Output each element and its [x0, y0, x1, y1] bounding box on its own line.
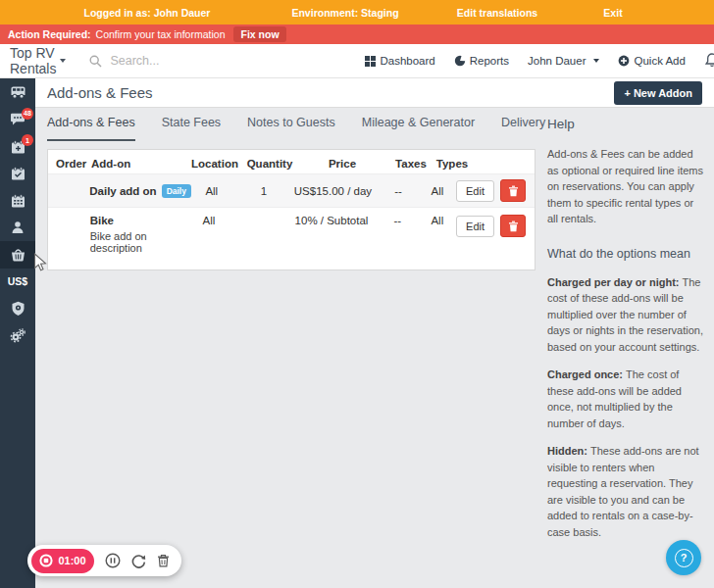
- col-taxes: Taxes: [389, 158, 433, 170]
- gears-icon: [10, 328, 26, 343]
- edit-button[interactable]: Edit: [456, 216, 494, 237]
- col-price: Price: [295, 158, 389, 170]
- sidebar-nav: 48 1: [0, 78, 35, 588]
- company-switcher[interactable]: Top RV Rentals: [0, 44, 77, 77]
- currency-label: US$: [8, 275, 27, 287]
- header-nav: Dashboard Reports John Dauer Quick: [365, 52, 714, 71]
- help-subtitle: What do the options mean: [547, 245, 706, 264]
- trash-icon: [508, 185, 519, 197]
- sidebar-item-requests[interactable]: 1: [0, 133, 35, 161]
- taxes-cell: --: [378, 185, 419, 197]
- shield-icon: [11, 301, 26, 317]
- sidebar-item-reservations[interactable]: [0, 161, 35, 188]
- addons-table: Order Add-on Location Quantity Price Tax…: [47, 149, 536, 270]
- edit-translations-link[interactable]: Edit translations: [457, 7, 537, 19]
- sidebar-item-settings[interactable]: [0, 322, 35, 350]
- help-option: Hidden:These add-ons are not visible to …: [547, 443, 706, 540]
- sidebar-item-insurance[interactable]: [0, 295, 35, 322]
- sidebar-item-messages[interactable]: 48: [0, 107, 35, 134]
- quick-add-button[interactable]: Quick Add: [618, 55, 685, 67]
- bell-icon: [704, 52, 714, 69]
- app-window: Logged in as: John Dauer Environment: St…: [0, 0, 714, 588]
- help-intro: Add-ons & Fees can be added as optional …: [547, 146, 706, 227]
- restart-recording-button[interactable]: [131, 554, 146, 568]
- stop-record-icon: [39, 554, 53, 567]
- staging-bar: Logged in as: John Dauer Environment: St…: [0, 0, 714, 24]
- calendar-icon: [11, 194, 26, 208]
- sidebar-item-store[interactable]: [0, 241, 35, 269]
- nav-dashboard[interactable]: Dashboard: [365, 55, 434, 67]
- delete-button[interactable]: [500, 179, 526, 202]
- tab-addons-fees[interactable]: Add-ons & Fees: [47, 116, 135, 141]
- help-option: Charged per day or night:The cost of the…: [547, 274, 706, 356]
- alert-label: Action Required:: [8, 28, 91, 40]
- recording-timer-button[interactable]: 01:00: [31, 549, 94, 573]
- trash-icon: [508, 220, 519, 232]
- page-content: Add-ons & Fees State Fees Notes to Guest…: [35, 109, 714, 588]
- environment-label: Environment: Staging: [291, 7, 398, 19]
- page-title-bar: Add-ons & Fees + New Addon: [35, 78, 714, 108]
- new-addon-button[interactable]: + New Addon: [614, 81, 702, 105]
- notifications-button[interactable]: 48: [704, 52, 714, 71]
- user-name: John Dauer: [528, 55, 586, 67]
- nav-dashboard-label: Dashboard: [380, 55, 434, 67]
- price-cell: 10% / Subtotal: [286, 215, 377, 226]
- location-cell: All: [180, 215, 237, 226]
- delete-button[interactable]: [500, 215, 526, 237]
- table-row: Daily add onDaily All 1 US$15.00 / day -…: [48, 173, 535, 208]
- col-quantity: Quantity: [244, 158, 295, 170]
- app-header: Top RV Rentals Dashboard: [0, 44, 714, 78]
- tab-notes-to-guests[interactable]: Notes to Guests: [247, 116, 335, 141]
- search-icon: [89, 55, 102, 68]
- plus-circle-icon: [618, 55, 630, 67]
- addon-name: Bike: [90, 215, 114, 226]
- sidebar-item-rentals[interactable]: [0, 79, 35, 107]
- nav-reports-label: Reports: [470, 55, 509, 67]
- types-cell: All: [419, 185, 456, 197]
- addon-name-cell: Daily add onDaily: [89, 185, 183, 197]
- option-lead: Charged per day or night:: [547, 276, 679, 288]
- search-input[interactable]: [110, 54, 365, 68]
- help-title: Help: [547, 115, 706, 134]
- basket-icon: [10, 248, 26, 262]
- chevron-down-icon: [60, 59, 66, 63]
- nav-reports[interactable]: Reports: [454, 55, 509, 67]
- reports-pie-icon: [454, 55, 466, 67]
- edit-button[interactable]: Edit: [456, 180, 494, 202]
- support-fab[interactable]: ?: [666, 540, 701, 575]
- sidebar-item-currency[interactable]: US$: [0, 269, 35, 296]
- types-cell: All: [419, 215, 457, 226]
- action-required-bar: Action Required: Confirm your tax inform…: [0, 24, 714, 44]
- exit-link[interactable]: Exit: [603, 7, 622, 19]
- price-cell: US$15.00 / day: [288, 185, 378, 197]
- addon-name-cell: Bike Bike add on description: [90, 215, 180, 254]
- tab-mileage-generator[interactable]: Mileage & Generator: [362, 116, 475, 141]
- trash-icon: [157, 554, 170, 567]
- addon-name: Daily add on: [89, 185, 156, 197]
- location-cell: All: [183, 185, 239, 197]
- alert-message: Confirm your tax information: [96, 28, 226, 40]
- pause-icon: [105, 553, 121, 568]
- help-panel: Help Add-ons & Fees can be added as opti…: [547, 115, 706, 552]
- col-types: Types: [433, 158, 472, 170]
- search-bar: [77, 54, 365, 68]
- discard-recording-button[interactable]: [157, 554, 170, 567]
- dashboard-grid-icon: [365, 56, 376, 67]
- sidebar-item-guests[interactable]: [0, 215, 35, 242]
- user-menu[interactable]: John Dauer: [528, 55, 599, 67]
- messages-count-badge: 48: [22, 108, 33, 120]
- taxes-cell: --: [377, 215, 418, 226]
- tab-delivery[interactable]: Delivery: [501, 116, 545, 141]
- sidebar-item-calendar[interactable]: [0, 187, 35, 215]
- rv-icon: [10, 86, 26, 99]
- company-name: Top RV Rentals: [10, 45, 56, 76]
- option-lead: Charged once:: [547, 368, 623, 380]
- tab-state-fees[interactable]: State Fees: [162, 116, 221, 141]
- quick-add-label: Quick Add: [634, 55, 685, 67]
- fix-now-button[interactable]: Fix now: [233, 26, 285, 42]
- main-area: Add-ons & Fees + New Addon Add-ons & Fee…: [35, 78, 714, 588]
- pause-recording-button[interactable]: [105, 553, 121, 568]
- col-addon: Add-on: [91, 158, 185, 170]
- user-icon: [11, 220, 25, 234]
- table-row: Bike Bike add on description All 10% / S…: [48, 208, 535, 254]
